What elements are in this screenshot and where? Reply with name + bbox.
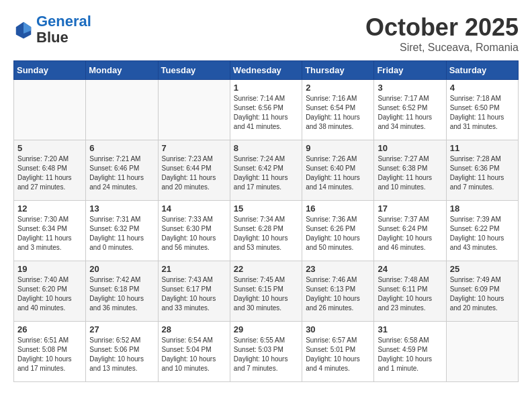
calendar-cell: 2Sunrise: 7:16 AM Sunset: 6:54 PM Daylig… xyxy=(302,80,374,140)
day-number: 10 xyxy=(378,143,442,153)
day-content: Sunrise: 7:27 AM Sunset: 6:38 PM Dayligh… xyxy=(378,154,442,192)
logo: GeneralBlue xyxy=(13,13,91,46)
day-number: 17 xyxy=(378,203,442,214)
day-number: 14 xyxy=(162,203,226,214)
calendar-cell: 21Sunrise: 7:43 AM Sunset: 6:17 PM Dayli… xyxy=(158,261,230,322)
day-number: 31 xyxy=(378,324,442,334)
month-title: October 2025 xyxy=(365,13,519,42)
day-number: 19 xyxy=(17,264,82,274)
day-content: Sunrise: 7:16 AM Sunset: 6:54 PM Dayligh… xyxy=(306,94,370,132)
calendar-cell: 14Sunrise: 7:33 AM Sunset: 6:30 PM Dayli… xyxy=(158,201,230,261)
logo-text: GeneralBlue xyxy=(36,13,91,46)
location-subtitle: Siret, Suceava, Romania xyxy=(365,42,519,54)
day-number: 20 xyxy=(89,264,154,274)
day-content: Sunrise: 7:43 AM Sunset: 6:17 PM Dayligh… xyxy=(162,275,226,313)
day-number: 1 xyxy=(234,83,298,93)
day-content: Sunrise: 7:30 AM Sunset: 6:34 PM Dayligh… xyxy=(17,215,82,253)
day-number: 15 xyxy=(234,203,298,214)
day-number: 16 xyxy=(306,203,370,214)
calendar-cell: 15Sunrise: 7:34 AM Sunset: 6:28 PM Dayli… xyxy=(230,201,302,261)
calendar-cell: 10Sunrise: 7:27 AM Sunset: 6:38 PM Dayli… xyxy=(374,140,446,201)
day-content: Sunrise: 7:18 AM Sunset: 6:50 PM Dayligh… xyxy=(450,94,515,132)
calendar-cell xyxy=(14,80,86,140)
calendar-cell: 22Sunrise: 7:45 AM Sunset: 6:15 PM Dayli… xyxy=(230,261,302,322)
calendar-cell: 13Sunrise: 7:31 AM Sunset: 6:32 PM Dayli… xyxy=(86,201,158,261)
day-number: 13 xyxy=(89,203,154,214)
day-content: Sunrise: 7:31 AM Sunset: 6:32 PM Dayligh… xyxy=(89,215,154,253)
calendar-cell: 18Sunrise: 7:39 AM Sunset: 6:22 PM Dayli… xyxy=(446,201,518,261)
day-header-monday: Monday xyxy=(86,61,158,80)
day-content: Sunrise: 7:23 AM Sunset: 6:44 PM Dayligh… xyxy=(162,154,226,192)
calendar-week-3: 12Sunrise: 7:30 AM Sunset: 6:34 PM Dayli… xyxy=(14,201,519,261)
day-content: Sunrise: 6:51 AM Sunset: 5:08 PM Dayligh… xyxy=(17,336,82,373)
page-header: GeneralBlue October 2025 Siret, Suceava,… xyxy=(13,13,519,54)
day-header-tuesday: Tuesday xyxy=(158,61,230,80)
calendar-cell: 7Sunrise: 7:23 AM Sunset: 6:44 PM Daylig… xyxy=(158,140,230,201)
day-content: Sunrise: 7:26 AM Sunset: 6:40 PM Dayligh… xyxy=(306,154,370,192)
calendar-cell: 5Sunrise: 7:20 AM Sunset: 6:48 PM Daylig… xyxy=(14,140,86,201)
calendar-week-2: 5Sunrise: 7:20 AM Sunset: 6:48 PM Daylig… xyxy=(14,140,519,201)
day-content: Sunrise: 6:57 AM Sunset: 5:01 PM Dayligh… xyxy=(306,336,370,373)
calendar-cell: 1Sunrise: 7:14 AM Sunset: 6:56 PM Daylig… xyxy=(230,80,302,140)
day-number: 22 xyxy=(234,264,298,274)
calendar-cell: 30Sunrise: 6:57 AM Sunset: 5:01 PM Dayli… xyxy=(302,322,374,382)
day-header-friday: Friday xyxy=(374,61,446,80)
day-number: 5 xyxy=(17,143,82,153)
calendar-cell: 23Sunrise: 7:46 AM Sunset: 6:13 PM Dayli… xyxy=(302,261,374,322)
day-number: 8 xyxy=(234,143,298,153)
day-number: 24 xyxy=(378,264,442,274)
day-content: Sunrise: 7:14 AM Sunset: 6:56 PM Dayligh… xyxy=(234,94,298,132)
day-number: 26 xyxy=(17,324,82,334)
day-number: 11 xyxy=(450,143,515,153)
day-number: 2 xyxy=(306,83,370,93)
calendar-cell: 26Sunrise: 6:51 AM Sunset: 5:08 PM Dayli… xyxy=(14,322,86,382)
day-content: Sunrise: 7:33 AM Sunset: 6:30 PM Dayligh… xyxy=(162,215,226,253)
calendar-cell: 19Sunrise: 7:40 AM Sunset: 6:20 PM Dayli… xyxy=(14,261,86,322)
calendar-cell: 4Sunrise: 7:18 AM Sunset: 6:50 PM Daylig… xyxy=(446,80,518,140)
calendar-week-1: 1Sunrise: 7:14 AM Sunset: 6:56 PM Daylig… xyxy=(14,80,519,140)
day-content: Sunrise: 7:36 AM Sunset: 6:26 PM Dayligh… xyxy=(306,215,370,253)
calendar-cell: 12Sunrise: 7:30 AM Sunset: 6:34 PM Dayli… xyxy=(14,201,86,261)
calendar-cell: 27Sunrise: 6:52 AM Sunset: 5:06 PM Dayli… xyxy=(86,322,158,382)
day-header-sunday: Sunday xyxy=(14,61,86,80)
day-content: Sunrise: 6:55 AM Sunset: 5:03 PM Dayligh… xyxy=(234,336,298,373)
day-content: Sunrise: 7:17 AM Sunset: 6:52 PM Dayligh… xyxy=(378,94,442,132)
calendar-cell: 17Sunrise: 7:37 AM Sunset: 6:24 PM Dayli… xyxy=(374,201,446,261)
day-header-thursday: Thursday xyxy=(302,61,374,80)
calendar-cell: 11Sunrise: 7:28 AM Sunset: 6:36 PM Dayli… xyxy=(446,140,518,201)
day-content: Sunrise: 7:34 AM Sunset: 6:28 PM Dayligh… xyxy=(234,215,298,253)
day-content: Sunrise: 7:49 AM Sunset: 6:09 PM Dayligh… xyxy=(450,275,515,313)
day-content: Sunrise: 7:48 AM Sunset: 6:11 PM Dayligh… xyxy=(378,275,442,313)
calendar-table: SundayMondayTuesdayWednesdayThursdayFrid… xyxy=(13,60,519,382)
day-number: 18 xyxy=(450,203,515,214)
logo-icon xyxy=(13,19,34,40)
calendar-cell: 20Sunrise: 7:42 AM Sunset: 6:18 PM Dayli… xyxy=(86,261,158,322)
day-content: Sunrise: 7:37 AM Sunset: 6:24 PM Dayligh… xyxy=(378,215,442,253)
calendar-cell: 24Sunrise: 7:48 AM Sunset: 6:11 PM Dayli… xyxy=(374,261,446,322)
day-number: 9 xyxy=(306,143,370,153)
day-number: 23 xyxy=(306,264,370,274)
calendar-cell: 29Sunrise: 6:55 AM Sunset: 5:03 PM Dayli… xyxy=(230,322,302,382)
calendar-cell: 25Sunrise: 7:49 AM Sunset: 6:09 PM Dayli… xyxy=(446,261,518,322)
day-content: Sunrise: 7:45 AM Sunset: 6:15 PM Dayligh… xyxy=(234,275,298,313)
calendar-week-5: 26Sunrise: 6:51 AM Sunset: 5:08 PM Dayli… xyxy=(14,322,519,382)
calendar-cell: 16Sunrise: 7:36 AM Sunset: 6:26 PM Dayli… xyxy=(302,201,374,261)
day-content: Sunrise: 6:58 AM Sunset: 4:59 PM Dayligh… xyxy=(378,336,442,373)
day-number: 25 xyxy=(450,264,515,274)
day-number: 27 xyxy=(89,324,154,334)
calendar-cell xyxy=(86,80,158,140)
day-number: 4 xyxy=(450,83,515,93)
day-number: 30 xyxy=(306,324,370,334)
calendar-cell: 6Sunrise: 7:21 AM Sunset: 6:46 PM Daylig… xyxy=(86,140,158,201)
calendar-cell: 3Sunrise: 7:17 AM Sunset: 6:52 PM Daylig… xyxy=(374,80,446,140)
day-number: 12 xyxy=(17,203,82,214)
calendar-cell: 9Sunrise: 7:26 AM Sunset: 6:40 PM Daylig… xyxy=(302,140,374,201)
day-content: Sunrise: 7:20 AM Sunset: 6:48 PM Dayligh… xyxy=(17,154,82,192)
day-content: Sunrise: 7:24 AM Sunset: 6:42 PM Dayligh… xyxy=(234,154,298,192)
day-number: 6 xyxy=(89,143,154,153)
day-content: Sunrise: 7:40 AM Sunset: 6:20 PM Dayligh… xyxy=(17,275,82,313)
day-content: Sunrise: 7:42 AM Sunset: 6:18 PM Dayligh… xyxy=(89,275,154,313)
calendar-cell xyxy=(446,322,518,382)
day-number: 21 xyxy=(162,264,226,274)
day-number: 7 xyxy=(162,143,226,153)
